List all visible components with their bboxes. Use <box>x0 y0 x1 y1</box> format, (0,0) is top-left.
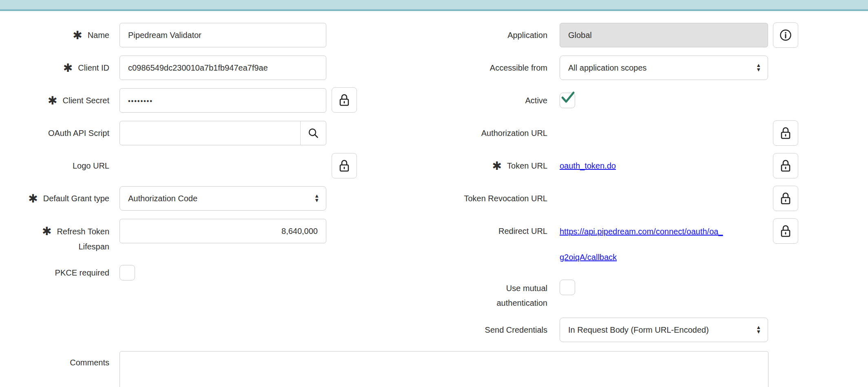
client-secret-label: ✱ Client Secret <box>0 88 109 113</box>
client-secret-label-text: Client Secret <box>63 96 110 105</box>
redirect-url-link-line1: https://api.pipedream.com/connect/oauth/… <box>560 219 723 245</box>
comments-label-text: Comments <box>70 358 109 367</box>
send-credentials-label-text: Send Credentials <box>485 325 547 335</box>
redirect-url-link[interactable]: https://api.pipedream.com/connect/oauth/… <box>560 219 723 270</box>
send-credentials-select[interactable]: In Request Body (Form URL-Encoded) ▲▼ <box>560 318 768 342</box>
token-revocation-url-label-text: Token Revocation URL <box>464 194 547 203</box>
comments-textarea[interactable] <box>120 351 768 387</box>
redirect-url-label: Redirect URL <box>432 219 547 243</box>
checkmark-icon <box>561 91 576 104</box>
application-input <box>560 23 768 47</box>
accessible-from-label-text: Accessible from <box>490 63 547 73</box>
use-mutual-authentication-label-line2: authentication <box>432 296 547 310</box>
lock-icon <box>339 159 350 172</box>
authorization-url-label-text: Authorization URL <box>481 129 547 138</box>
default-grant-type-label: ✱ Default Grant type <box>0 186 109 211</box>
refresh-token-lifespan-input[interactable] <box>120 219 326 243</box>
required-marker: ✱ <box>48 95 57 107</box>
application-label: Application <box>432 23 547 47</box>
application-info-button[interactable] <box>773 22 798 48</box>
logo-url-lock-button[interactable] <box>332 153 357 178</box>
use-mutual-authentication-label: Use mutual authentication <box>432 281 547 310</box>
pkce-required-label-text: PKCE required <box>55 268 109 278</box>
refresh-token-lifespan-label: ✱Refresh Token Lifespan <box>0 224 109 254</box>
client-id-label: ✱ Client ID <box>0 56 109 80</box>
pkce-required-checkbox[interactable] <box>120 265 135 280</box>
use-mutual-authentication-label-line1: Use mutual <box>432 281 547 296</box>
token-url-lock-button[interactable] <box>773 153 798 178</box>
select-stepper-icon: ▲▼ <box>756 325 761 334</box>
logo-url-label: Logo URL <box>0 153 109 178</box>
name-label: ✱ Name <box>0 23 109 47</box>
refresh-token-lifespan-label-line2: Lifespan <box>0 239 109 254</box>
refresh-token-lifespan-label-line1: Refresh Token <box>57 227 109 236</box>
oauth-api-script-input[interactable] <box>120 121 300 145</box>
oauth-api-script-lookup-button[interactable] <box>301 121 326 145</box>
required-marker: ✱ <box>73 30 82 41</box>
select-stepper-icon: ▲▼ <box>314 194 319 203</box>
name-label-text: Name <box>88 31 109 40</box>
default-grant-type-label-text: Default Grant type <box>43 194 109 203</box>
required-marker: ✱ <box>63 62 73 74</box>
lock-icon <box>780 159 791 172</box>
active-checkbox[interactable] <box>560 93 575 108</box>
token-revocation-url-label: Token Revocation URL <box>432 186 547 211</box>
application-label-text: Application <box>507 31 547 40</box>
pkce-required-label: PKCE required <box>0 265 109 280</box>
oauth-api-script-label: OAuth API Script <box>0 121 109 145</box>
lock-icon <box>780 225 791 238</box>
lock-icon <box>339 93 350 107</box>
client-secret-input[interactable] <box>120 88 326 113</box>
name-input[interactable] <box>120 23 326 47</box>
required-marker: ✱ <box>28 193 38 205</box>
default-grant-type-value: Authorization Code <box>128 194 197 203</box>
client-id-input[interactable] <box>120 56 326 80</box>
form-section-header-bar <box>0 0 868 9</box>
active-label-text: Active <box>525 96 547 105</box>
client-secret-lock-button[interactable] <box>332 87 357 113</box>
authorization-url-label: Authorization URL <box>432 121 547 145</box>
oauth-api-script-label-text: OAuth API Script <box>48 129 109 138</box>
info-icon <box>779 29 792 41</box>
client-id-label-text: Client ID <box>78 63 109 73</box>
required-marker: ✱ <box>492 160 502 172</box>
token-url-label-text: Token URL <box>507 161 547 171</box>
accessible-from-label: Accessible from <box>432 56 547 80</box>
oauth-application-form: ✱ Name ✱ Client ID ✱ Client Secret OAuth… <box>0 0 868 387</box>
form-section-header-bar-border <box>0 9 868 11</box>
accessible-from-value: All application scopes <box>568 63 647 73</box>
lock-icon <box>780 127 791 140</box>
logo-url-label-text: Logo URL <box>73 161 109 171</box>
token-url-label: ✱ Token URL <box>432 153 547 178</box>
authorization-url-lock-button[interactable] <box>773 120 798 146</box>
comments-label: Comments <box>0 350 109 375</box>
use-mutual-authentication-checkbox[interactable] <box>560 280 575 295</box>
redirect-url-label-text: Redirect URL <box>498 227 547 236</box>
select-stepper-icon: ▲▼ <box>756 63 761 72</box>
token-revocation-url-lock-button[interactable] <box>773 186 798 211</box>
default-grant-type-select[interactable]: Authorization Code ▲▼ <box>120 186 326 211</box>
active-label: Active <box>432 93 547 108</box>
accessible-from-select[interactable]: All application scopes ▲▼ <box>560 56 768 80</box>
required-marker: ✱ <box>42 225 51 238</box>
lock-icon <box>780 192 791 205</box>
oauth-api-script-reference-field <box>120 121 326 145</box>
send-credentials-value: In Request Body (Form URL-Encoded) <box>568 325 709 335</box>
token-url-link[interactable]: oauth_token.do <box>560 153 616 178</box>
send-credentials-label: Send Credentials <box>432 318 547 342</box>
redirect-url-lock-button[interactable] <box>773 218 798 244</box>
search-icon <box>308 127 319 139</box>
redirect-url-link-line2: g2oiqA/callback <box>560 245 723 270</box>
